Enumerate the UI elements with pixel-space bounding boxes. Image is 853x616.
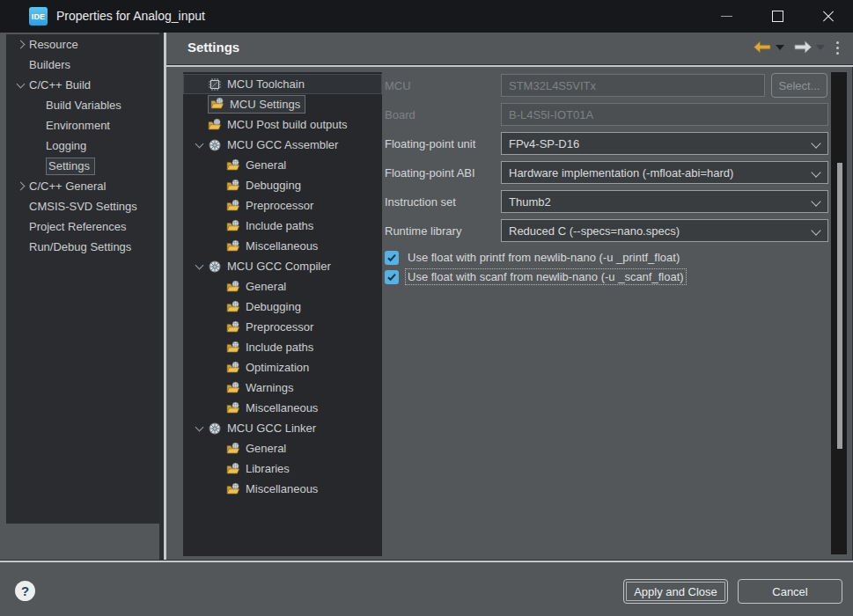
- vertical-sash[interactable]: [159, 33, 166, 560]
- runtime-library-select[interactable]: Reduced C (--specs=nano.specs): [501, 219, 828, 242]
- chevron-expanded-icon: [195, 260, 203, 269]
- settings-tree-item[interactable]: MCU Post build outputs: [183, 114, 382, 135]
- view-menu-button[interactable]: [836, 41, 839, 55]
- folder-gear-icon: [226, 158, 242, 172]
- kebab-menu-icon: [836, 41, 839, 55]
- folder-gear-icon: [226, 401, 242, 415]
- settings-tree-item[interactable]: Miscellaneous: [183, 236, 382, 256]
- instruction-set-select[interactable]: Thumb2: [501, 190, 828, 213]
- folder-gear-icon: [226, 442, 242, 456]
- forward-button[interactable]: [794, 40, 813, 54]
- settings-tree-item[interactable]: Optimization: [183, 357, 382, 378]
- window-title: Properties for Analog_input: [56, 9, 205, 23]
- settings-tree-item[interactable]: Libraries: [183, 458, 382, 479]
- tree-expand-chevron[interactable]: [190, 427, 208, 430]
- page-title: Settings: [188, 40, 239, 55]
- settings-tree-item[interactable]: MCU GCC Linker: [183, 418, 382, 438]
- cancel-button[interactable]: Cancel: [738, 579, 842, 604]
- scrollbar-thumb[interactable]: [837, 163, 842, 449]
- floating-point-abi-select[interactable]: Hardware implementation (-mfloat-abi=har…: [501, 161, 828, 184]
- settings-tree-item[interactable]: Miscellaneous: [183, 479, 382, 499]
- tree-expand-chevron[interactable]: [11, 183, 29, 189]
- checkbox-row[interactable]: Use float with printf from newlib-nano (…: [385, 250, 681, 265]
- maximize-button[interactable]: [757, 0, 798, 33]
- footer: ? Apply and Close Cancel: [0, 562, 853, 616]
- tree-item-label: Run/Debug Settings: [29, 240, 131, 253]
- chevron-expanded-icon: [195, 422, 203, 431]
- settings-tree-item[interactable]: Debugging: [183, 175, 382, 195]
- titlebar: IDE Properties for Analog_input: [0, 0, 853, 33]
- checkbox-row[interactable]: Use float with scanf from newlib-nano (-…: [385, 269, 686, 284]
- minimize-button[interactable]: [706, 0, 746, 33]
- settings-tree-item[interactable]: Preprocessor: [183, 317, 382, 337]
- gear-sphere-icon: [208, 138, 224, 152]
- chevron-down-icon: [811, 138, 820, 148]
- sidebar-tree-item[interactable]: C/C++ Build: [6, 75, 159, 95]
- tree-expand-chevron[interactable]: [190, 265, 208, 268]
- settings-tree-item[interactable]: MCU Toolchain: [183, 74, 382, 94]
- back-arrow-icon: [753, 40, 771, 54]
- settings-tree-item[interactable]: General: [183, 438, 382, 458]
- vertical-scrollbar[interactable]: [831, 72, 847, 554]
- tree-expand-chevron[interactable]: [11, 41, 29, 48]
- tree-item-label: Logging: [46, 139, 86, 152]
- forward-history-dropdown[interactable]: [816, 45, 825, 50]
- settings-tree-item[interactable]: Debugging: [183, 297, 382, 317]
- settings-tree-item[interactable]: Miscellaneous: [183, 398, 382, 418]
- fabi-value: Hardware implementation (-mfloat-abi=har…: [509, 166, 733, 180]
- settings-tree-item[interactable]: Include paths: [183, 216, 382, 236]
- tree-item-label: CMSIS-SVD Settings: [29, 200, 137, 213]
- checkbox-checked-icon[interactable]: [385, 251, 399, 265]
- iset-value: Thumb2: [509, 195, 551, 209]
- sidebar-tree-item[interactable]: Environment: [6, 115, 159, 136]
- checkbox-checked-icon[interactable]: [385, 270, 399, 284]
- chevron-down-icon: [811, 167, 820, 177]
- back-button[interactable]: [753, 40, 771, 54]
- sidebar-tree-item[interactable]: Resource: [6, 34, 159, 55]
- sidebar-tree-item[interactable]: Settings: [6, 156, 159, 176]
- sidebar-tree-item[interactable]: Run/Debug Settings: [6, 237, 159, 257]
- settings-tree-item[interactable]: MCU Settings: [183, 94, 382, 114]
- folder-gear-icon: [226, 199, 242, 213]
- tree-expand-chevron[interactable]: [190, 143, 208, 147]
- settings-tree-item[interactable]: Warnings: [183, 378, 382, 398]
- close-button[interactable]: [808, 0, 849, 33]
- tree-item-label: Settings: [48, 159, 90, 172]
- floating-point-unit-select[interactable]: FPv4-SP-D16: [501, 132, 828, 155]
- tree-item-label: MCU GCC Assembler: [227, 138, 338, 151]
- settings-tree-item[interactable]: MCU GCC Compiler: [183, 256, 382, 276]
- tree-item-label: Miscellaneous: [246, 401, 318, 414]
- sidebar-tree-item[interactable]: CMSIS-SVD Settings: [6, 196, 159, 216]
- settings-tree-item[interactable]: General: [183, 276, 382, 297]
- folder-gear-icon: [226, 482, 242, 496]
- sidebar-tree-item[interactable]: Build Variables: [6, 95, 159, 115]
- tree-item-label: C/C++ Build: [29, 78, 91, 92]
- tree-item-label: C/C++ General: [29, 180, 106, 193]
- settings-tree-item[interactable]: Preprocessor: [183, 195, 382, 216]
- sidebar-tree-item[interactable]: Logging: [6, 136, 159, 156]
- folder-gear-icon: [226, 300, 242, 314]
- help-button[interactable]: ?: [15, 581, 35, 601]
- board-field: B-L4S5I-IOT01A: [501, 103, 828, 126]
- sidebar-tree-item[interactable]: Builders: [6, 55, 159, 75]
- checkbox-label: Use float with scanf from newlib-nano (-…: [406, 269, 686, 284]
- tree-item-label: General: [246, 158, 286, 172]
- back-history-dropdown[interactable]: [776, 45, 784, 50]
- chevron-collapsed-icon: [16, 40, 25, 49]
- tree-item-label: MCU Toolchain: [227, 77, 305, 91]
- settings-tree: MCU ToolchainMCU SettingsMCU Post build …: [183, 72, 382, 556]
- settings-tree-item[interactable]: General: [183, 155, 382, 175]
- apply-and-close-button[interactable]: Apply and Close: [623, 579, 728, 604]
- sidebar-tree-item[interactable]: Project References: [6, 216, 159, 237]
- mcu-select-button: Select...: [771, 73, 827, 98]
- tree-item-label: MCU Post build outputs: [227, 118, 348, 131]
- tree-expand-chevron[interactable]: [11, 84, 29, 87]
- settings-tree-item[interactable]: Include paths: [183, 337, 382, 357]
- minimize-icon: [721, 16, 732, 17]
- chevron-down-icon: [776, 45, 784, 50]
- settings-tree-item[interactable]: MCU GCC Assembler: [183, 135, 382, 155]
- folder-gear-icon: [226, 361, 242, 375]
- sidebar-tree-item[interactable]: C/C++ General: [6, 176, 159, 196]
- tree-item-label: Preprocessor: [246, 199, 313, 212]
- fpu-value: FPv4-SP-D16: [509, 137, 579, 150]
